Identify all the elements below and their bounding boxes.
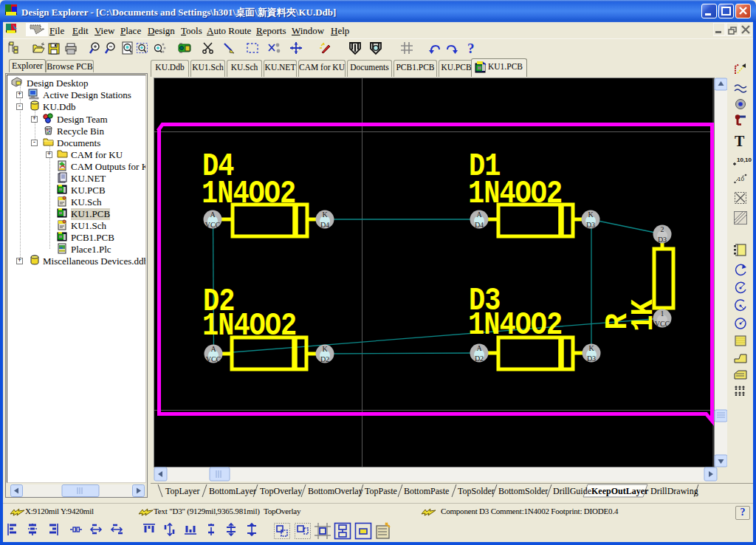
svg-text:1N4OO2: 1N4OO2 — [468, 175, 562, 212]
svg-text:DrillDrawing: DrillDrawing — [650, 486, 698, 496]
svg-text:T: T — [735, 133, 745, 149]
svg-text:1N4OO2: 1N4OO2 — [468, 306, 562, 343]
svg-text:A: A — [476, 210, 482, 219]
svg-text:D3: D3 — [658, 236, 667, 244]
svg-text:VCC: VCC — [206, 355, 221, 363]
svg-text:TopSolder: TopSolder — [458, 486, 495, 496]
svg-text:BottomSolder: BottomSolder — [498, 486, 548, 496]
svg-text:D2: D2 — [320, 355, 329, 363]
svg-text:DrillGuide: DrillGuide — [553, 486, 591, 496]
svg-text:K: K — [322, 210, 328, 219]
svg-text:BottomOverlay: BottomOverlay — [308, 486, 363, 496]
svg-text:K: K — [588, 344, 594, 352]
svg-text:A: A — [476, 344, 482, 352]
svg-text:BottomLayer: BottomLayer — [209, 486, 256, 496]
svg-text:D3: D3 — [586, 221, 595, 229]
svg-text:2: 2 — [661, 225, 664, 233]
svg-text:10,10: 10,10 — [737, 157, 752, 163]
svg-text:A: A — [210, 210, 216, 219]
svg-text:VCC: VCC — [655, 320, 670, 328]
svg-text:1N4OO2: 1N4OO2 — [202, 175, 295, 212]
svg-text:D3: D3 — [587, 354, 596, 363]
svg-text:10: 10 — [738, 176, 744, 182]
svg-text:D2: D2 — [475, 354, 484, 363]
svg-text:K: K — [588, 210, 594, 219]
svg-text:VCC: VCC — [205, 221, 221, 229]
svg-text:KeepOutLayer: KeepOutLayer — [591, 486, 649, 496]
svg-text:TopPaste: TopPaste — [365, 486, 397, 496]
svg-text:1N4OO2: 1N4OO2 — [202, 307, 296, 344]
svg-text:BottomPaste: BottomPaste — [404, 486, 449, 496]
svg-text:D4: D4 — [475, 221, 484, 229]
svg-text:?: ? — [467, 41, 475, 56]
svg-text:1: 1 — [661, 309, 664, 318]
svg-text:K: K — [322, 345, 328, 353]
svg-text:TopOverlay: TopOverlay — [260, 486, 302, 496]
svg-text:TopLayer: TopLayer — [165, 486, 199, 496]
svg-text:A: A — [210, 345, 216, 353]
svg-text:D4: D4 — [320, 221, 329, 229]
